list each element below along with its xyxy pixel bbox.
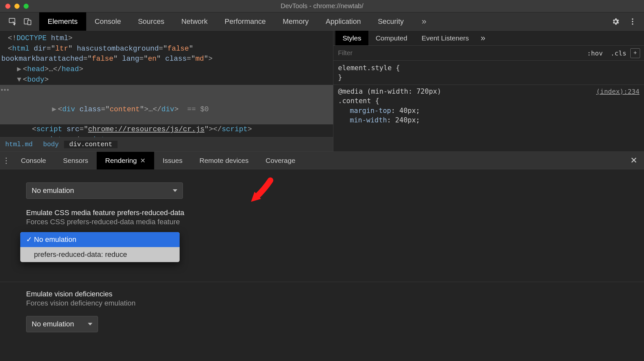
main-menu-kebab-icon[interactable] <box>628 17 637 26</box>
styles-pane: Styles Computed Event Listeners » :hov .… <box>333 31 644 151</box>
decl-0[interactable]: margin-top: 40px; <box>338 106 639 116</box>
main-tabs-list: Elements Console Sources Network Perform… <box>39 12 412 31</box>
section-divider <box>0 282 644 282</box>
inspect-element-icon[interactable] <box>8 17 17 26</box>
svg-rect-0 <box>9 18 15 23</box>
crumb-html[interactable]: html.md <box>0 141 38 148</box>
tab-console[interactable]: Console <box>86 12 130 31</box>
tab-performance[interactable]: Performance <box>216 12 274 31</box>
tab-elements[interactable]: Elements <box>39 12 86 31</box>
styles-filter-input[interactable] <box>333 46 583 60</box>
section-title: Emulate CSS media feature prefers-reduce… <box>26 209 644 217</box>
dom-tree[interactable]: <!DOCTYPE html> <html dir="ltr" hascusto… <box>0 31 333 151</box>
close-window-button[interactable] <box>5 4 10 9</box>
decl-1[interactable]: min-width: 240px; <box>338 116 639 125</box>
tab-security[interactable]: Security <box>369 12 412 31</box>
rendering-panel: No emulation Emulate CSS media feature p… <box>0 169 644 361</box>
styles-tab-styles[interactable]: Styles <box>335 31 368 45</box>
dom-body-open[interactable]: ▼<body> <box>0 75 333 85</box>
drawer-tabs: ⋮ Console Sensors Rendering✕ Issues Remo… <box>0 152 644 169</box>
check-icon: ✓ <box>26 235 34 244</box>
hov-toggle[interactable]: :hov <box>583 49 607 57</box>
styles-filter-row: :hov .cls + <box>333 46 644 61</box>
cls-toggle[interactable]: .cls <box>607 49 630 57</box>
prefers-reduced-data-dropdown[interactable]: ✓ No emulation prefers-reduced-data: red… <box>20 232 180 262</box>
dom-html-open-cont: bookmarkbarattached="false" lang="en" cl… <box>0 54 333 64</box>
css-media-type-select[interactable]: No emulation <box>26 182 183 199</box>
select-value: No emulation <box>32 186 74 195</box>
tab-application[interactable]: Application <box>317 12 369 31</box>
drawer-tab-remote[interactable]: Remote devices <box>191 152 257 169</box>
element-style-close: } <box>338 73 639 82</box>
breadcrumb: html.md body div.content <box>0 137 333 151</box>
svg-point-3 <box>632 18 633 20</box>
section-subtitle: Forces CSS prefers-reduced-data media fe… <box>26 218 644 226</box>
tab-network[interactable]: Network <box>173 12 216 31</box>
option-reduce[interactable]: prefers-reduced-data: reduce <box>20 247 180 262</box>
more-tabs-icon[interactable]: » <box>417 16 430 26</box>
drawer-close-icon[interactable]: ✕ <box>624 155 644 165</box>
dom-script-cr[interactable]: <script src="chrome://resources/js/cr.js… <box>0 124 333 135</box>
dom-head[interactable]: ▶<head>…</head> <box>0 64 333 75</box>
crumb-body[interactable]: body <box>38 141 64 148</box>
drawer: ⋮ Console Sensors Rendering✕ Issues Remo… <box>0 151 644 361</box>
maximize-window-button[interactable] <box>24 4 29 9</box>
dom-doctype: <!DOCTYPE html> <box>0 33 333 44</box>
select-value: No emulation <box>32 320 74 328</box>
rule-source-link[interactable]: (index):234 <box>596 87 639 96</box>
close-tab-icon[interactable]: ✕ <box>140 157 146 165</box>
section-subtitle: Forces vision deficiency emulation <box>26 299 644 307</box>
svg-point-4 <box>632 21 633 22</box>
styles-rules[interactable]: element.style { } (index):234 @media (mi… <box>333 61 644 128</box>
styles-more-icon[interactable]: » <box>476 31 490 45</box>
drawer-tab-sensors[interactable]: Sensors <box>55 152 97 169</box>
new-rule-button[interactable]: + <box>630 48 640 58</box>
crumb-selected[interactable]: div.content <box>64 141 118 148</box>
caret-down-icon <box>173 189 177 192</box>
dom-html-open: <html dir="ltr" hascustombackground="fal… <box>0 44 333 54</box>
drawer-tab-coverage[interactable]: Coverage <box>257 152 304 169</box>
section-prefers-reduced-data: Emulate CSS media feature prefers-reduce… <box>26 209 644 226</box>
drawer-tab-issues[interactable]: Issues <box>154 152 191 169</box>
window-title: DevTools - chrome://newtab/ <box>0 2 644 10</box>
media-query-text: @media (min-width: 720px) <box>338 87 441 95</box>
tab-memory[interactable]: Memory <box>274 12 317 31</box>
drawer-tab-console[interactable]: Console <box>12 152 55 169</box>
styles-tab-events[interactable]: Event Listeners <box>414 31 476 45</box>
settings-gear-icon[interactable] <box>611 17 620 26</box>
rule-selector-text: .content { <box>338 96 639 106</box>
dom-selected-node[interactable]: ••• ▶<div class="content">…</div> == $0 <box>0 85 333 124</box>
tab-sources[interactable]: Sources <box>129 12 173 31</box>
traffic-lights <box>0 4 29 9</box>
vision-deficiency-select[interactable]: No emulation <box>26 316 98 332</box>
toggle-device-toolbar-icon[interactable] <box>24 17 32 26</box>
svg-point-5 <box>632 23 633 24</box>
section-vision-deficiencies: Emulate vision deficiencies Forces visio… <box>26 290 644 307</box>
annotation-arrow-icon <box>247 176 276 205</box>
section-title: Emulate vision deficiencies <box>26 290 644 298</box>
styles-tab-computed[interactable]: Computed <box>368 31 414 45</box>
option-no-emulation[interactable]: ✓ No emulation <box>20 232 180 247</box>
drawer-menu-kebab-icon[interactable]: ⋮ <box>0 156 12 165</box>
elements-workarea: <!DOCTYPE html> <html dir="ltr" hascusto… <box>0 31 644 151</box>
minimize-window-button[interactable] <box>14 4 20 9</box>
styles-tabs: Styles Computed Event Listeners » <box>333 31 644 46</box>
main-toolbar: Elements Console Sources Network Perform… <box>0 12 644 31</box>
svg-rect-2 <box>28 20 31 24</box>
titlebar: DevTools - chrome://newtab/ <box>0 0 644 12</box>
element-style-open: element.style { <box>338 63 639 73</box>
drawer-tab-rendering[interactable]: Rendering✕ <box>97 152 154 169</box>
caret-down-icon <box>88 323 92 325</box>
